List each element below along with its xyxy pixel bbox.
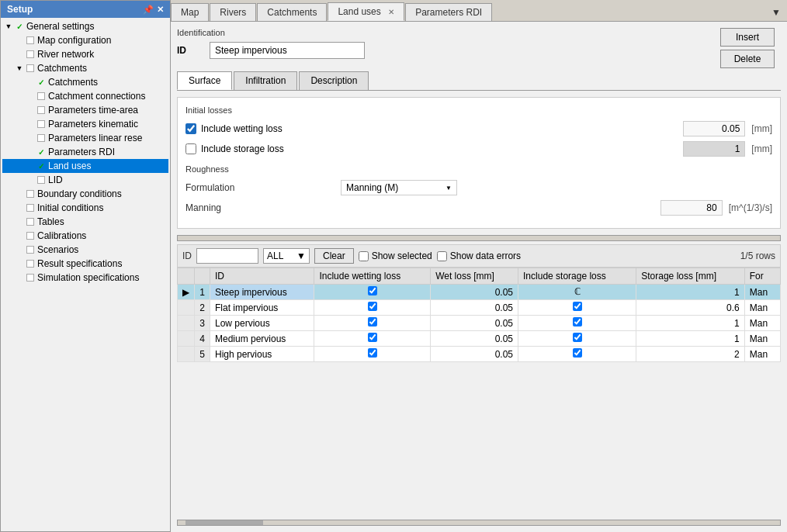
- sidebar-item-label: Initial conditions: [37, 202, 103, 213]
- formulation-dropdown[interactable]: Manning (M) ▼: [341, 180, 457, 195]
- insert-button[interactable]: Insert: [720, 28, 775, 47]
- cell-id[interactable]: Medium pervious: [210, 331, 314, 347]
- row-number: 2: [195, 300, 210, 316]
- col-header-arrow: [178, 268, 195, 285]
- table-row[interactable]: 5 High pervious 0.05 2 Man: [178, 347, 781, 362]
- sidebar-item-parameters-kinematic[interactable]: Parameters kinematic: [2, 117, 168, 131]
- manning-label: Manning: [185, 202, 341, 213]
- roughness-title: Roughness: [185, 164, 772, 174]
- col-header-formula[interactable]: For: [744, 268, 780, 285]
- table-row[interactable]: 4 Medium pervious 0.05 1 Man: [178, 331, 781, 347]
- check-empty-icon: [25, 63, 36, 74]
- tab-dropdown[interactable]: ▼: [765, 4, 787, 21]
- row-indicator: [178, 347, 195, 362]
- cell-include-storage[interactable]: ℂ: [518, 285, 636, 300]
- cell-formula: Man: [744, 347, 780, 362]
- cell-include-storage[interactable]: [518, 331, 636, 347]
- row-number: 3: [195, 316, 210, 331]
- table-row[interactable]: ▶ 1 Steep impervious 0.05 ℂ 1 Man: [178, 285, 781, 300]
- cell-id[interactable]: High pervious: [210, 347, 314, 362]
- include-wetting-loss-checkbox[interactable]: [185, 123, 196, 134]
- sidebar-tree: ▼✓General settingsMap configurationRiver…: [1, 18, 170, 531]
- sidebar-item-catchment-connections[interactable]: Catchment connections: [2, 89, 168, 103]
- data-table: ID Include wetting loss Wet loss [mm] In…: [177, 268, 781, 362]
- col-header-id[interactable]: ID: [210, 268, 314, 285]
- cell-id[interactable]: Steep impervious: [210, 285, 314, 300]
- sidebar-item-initial-conditions[interactable]: Initial conditions: [2, 201, 168, 215]
- bottom-scrollbar[interactable]: [177, 520, 781, 526]
- check-empty-icon: [36, 105, 47, 116]
- cell-storage-loss: 2: [636, 347, 744, 362]
- sidebar-item-catchments[interactable]: ✓Catchments: [2, 75, 168, 89]
- cell-include-wetting[interactable]: [314, 285, 431, 300]
- sidebar-item-parameters-linear-res[interactable]: Parameters linear rese: [2, 131, 168, 145]
- check-empty-icon: [25, 244, 36, 255]
- show-data-errors-checkbox[interactable]: [437, 251, 447, 261]
- check-empty-icon: [25, 202, 36, 213]
- filter-all-dropdown[interactable]: ALL ▼: [263, 248, 310, 264]
- id-input[interactable]: [210, 42, 365, 59]
- cell-include-wetting[interactable]: [314, 331, 431, 347]
- sidebar-item-river-network[interactable]: River network: [2, 47, 168, 61]
- show-selected-checkbox[interactable]: [359, 251, 369, 261]
- col-header-storage-loss[interactable]: Storage loss [mm]: [636, 268, 744, 285]
- sidebar-item-scenarios[interactable]: Scenarios: [2, 243, 168, 257]
- table-row[interactable]: 3 Low pervious 0.05 1 Man: [178, 316, 781, 331]
- sidebar-item-result-specifications[interactable]: Result specifications: [2, 257, 168, 271]
- storage-loss-row: Include storage loss 1 [mm]: [185, 141, 772, 157]
- sub-tab-infiltration[interactable]: Infiltration: [234, 71, 297, 90]
- sidebar-item-land-uses[interactable]: ✓Land uses: [2, 159, 168, 173]
- sidebar-item-label: Result specifications: [37, 258, 122, 269]
- sub-tab-surface[interactable]: Surface: [177, 71, 232, 90]
- sidebar: Setup 📌 ✕ ▼✓General settingsMap configur…: [0, 0, 171, 532]
- sidebar-item-boundary-conditions[interactable]: Boundary conditions: [2, 187, 168, 201]
- clear-button[interactable]: Clear: [314, 248, 354, 264]
- cell-id[interactable]: Flat impervious: [210, 300, 314, 316]
- tab-parameters-rdi[interactable]: Parameters RDI: [405, 3, 492, 21]
- tab-map[interactable]: Map: [171, 3, 209, 21]
- sub-tab-description[interactable]: Description: [299, 71, 369, 90]
- sidebar-item-tables[interactable]: Tables: [2, 215, 168, 229]
- filter-id-input[interactable]: [196, 248, 258, 264]
- cell-storage-loss: 0.6: [636, 300, 744, 316]
- tab-land-uses-close[interactable]: ✕: [388, 8, 394, 16]
- sidebar-item-simulation-specifications[interactable]: Simulation specifications: [2, 271, 168, 285]
- sidebar-item-general-settings[interactable]: ▼✓General settings: [2, 19, 168, 33]
- sidebar-item-catchments-group[interactable]: ▼Catchments: [2, 61, 168, 75]
- collapse-icon[interactable]: ▼: [15, 64, 24, 73]
- sidebar-item-map-configuration[interactable]: Map configuration: [2, 33, 168, 47]
- table-row[interactable]: 2 Flat impervious 0.05 0.6 Man: [178, 300, 781, 316]
- col-header-wet-loss[interactable]: Wet loss [mm]: [431, 268, 518, 285]
- sidebar-item-calibrations[interactable]: Calibrations: [2, 229, 168, 243]
- show-selected-label: Show selected: [372, 250, 432, 261]
- horizontal-scrollbar[interactable]: [177, 235, 781, 241]
- cell-include-storage[interactable]: [518, 347, 636, 362]
- row-indicator: [178, 300, 195, 316]
- tab-catchments[interactable]: Catchments: [257, 3, 327, 21]
- delete-button[interactable]: Delete: [720, 50, 775, 68]
- col-header-include-storage[interactable]: Include storage loss: [518, 268, 636, 285]
- collapse-icon[interactable]: ▼: [4, 22, 13, 31]
- sidebar-item-lid[interactable]: LID: [2, 173, 168, 187]
- sidebar-header: Setup 📌 ✕: [1, 1, 170, 18]
- tab-rivers[interactable]: Rivers: [210, 3, 256, 21]
- include-storage-loss-checkbox[interactable]: [185, 143, 196, 154]
- cell-wet-loss: 0.05: [431, 347, 518, 362]
- sidebar-item-label: Scenarios: [37, 244, 78, 255]
- sidebar-item-parameters-time-area[interactable]: Parameters time-area: [2, 103, 168, 117]
- sidebar-item-label: Map configuration: [37, 35, 111, 46]
- pin-icon[interactable]: 📌: [143, 5, 154, 15]
- cell-include-wetting[interactable]: [314, 316, 431, 331]
- check-empty-icon: [36, 174, 47, 185]
- col-header-include-wetting[interactable]: Include wetting loss: [314, 268, 431, 285]
- tab-land-uses[interactable]: Land uses ✕: [328, 2, 404, 21]
- sidebar-item-label: Catchments: [37, 63, 87, 74]
- cell-include-wetting[interactable]: [314, 300, 431, 316]
- close-icon[interactable]: ✕: [157, 5, 164, 15]
- cell-include-wetting[interactable]: [314, 347, 431, 362]
- cell-id[interactable]: Low pervious: [210, 316, 314, 331]
- cell-include-storage[interactable]: [518, 316, 636, 331]
- row-number: 4: [195, 331, 210, 347]
- sidebar-item-parameters-rdi[interactable]: ✓Parameters RDI: [2, 145, 168, 159]
- cell-include-storage[interactable]: [518, 300, 636, 316]
